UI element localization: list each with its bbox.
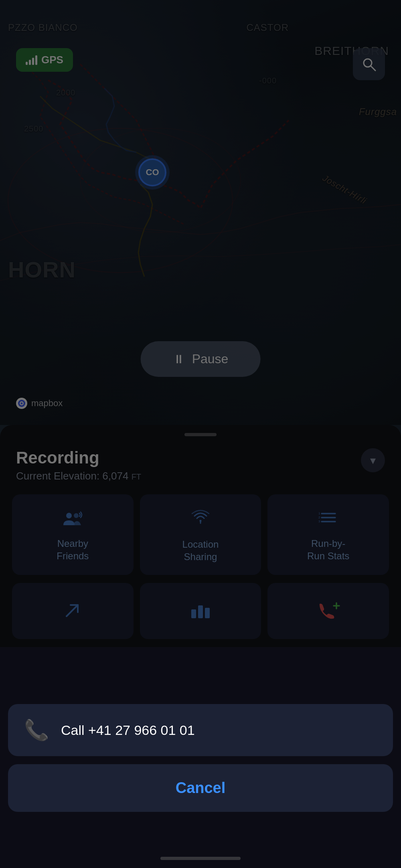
call-dialog: 📞 Call +41 27 966 01 01 Cancel [0,704,401,812]
cancel-label: Cancel [176,779,226,796]
cancel-button[interactable]: Cancel [8,764,393,812]
phone-icon: 📞 [24,718,49,742]
call-action-button[interactable]: 📞 Call +41 27 966 01 01 [8,704,393,756]
call-label: Call +41 27 966 01 01 [61,722,195,738]
